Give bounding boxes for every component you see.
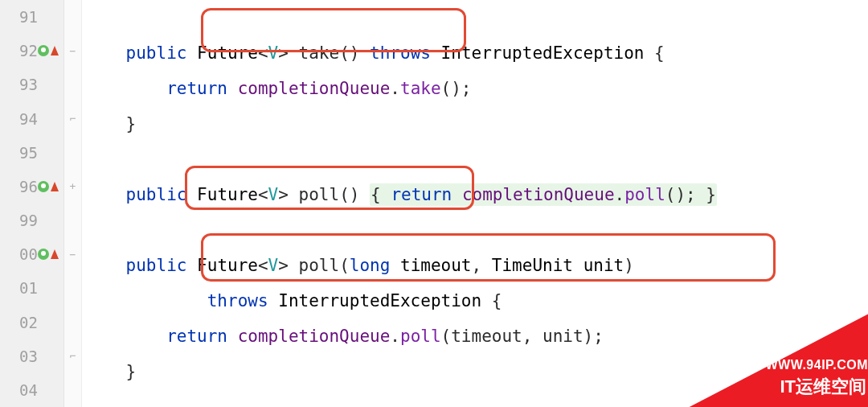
type-long: long bbox=[350, 256, 400, 275]
code-line[interactable]: } bbox=[82, 106, 868, 142]
keyword-public: public bbox=[126, 185, 198, 204]
gutter-row: 03 bbox=[0, 339, 63, 373]
gutter-row: 93 bbox=[0, 68, 63, 101]
gutter-row: 04 bbox=[0, 373, 63, 407]
tail: (); bbox=[665, 185, 706, 204]
field-name: completionQueue bbox=[238, 79, 391, 98]
indent bbox=[85, 185, 126, 204]
keyword-throws: throws bbox=[370, 43, 441, 63]
line-number: 93 bbox=[15, 76, 38, 93]
up-arrow-icon bbox=[51, 46, 59, 56]
gutter-row: 99 bbox=[0, 204, 63, 237]
indent bbox=[85, 291, 207, 310]
code-line[interactable]: public Future<V> poll() { return complet… bbox=[82, 177, 868, 212]
code-line[interactable] bbox=[82, 0, 868, 35]
line-number: 03 bbox=[15, 347, 38, 365]
type-param: V bbox=[268, 43, 279, 63]
code-line[interactable] bbox=[82, 212, 868, 248]
line-number: 91 bbox=[15, 8, 38, 26]
method-call: poll bbox=[624, 185, 665, 204]
watermark-url: WWW.94IP.COM bbox=[766, 359, 869, 372]
line-number: 01 bbox=[15, 279, 38, 297]
watermark-ribbon: WWW.94IP.COM IT运维空间 bbox=[683, 306, 868, 407]
line-number: 96 bbox=[15, 178, 38, 195]
brace-close: } bbox=[706, 185, 716, 204]
method-name: poll bbox=[299, 185, 340, 204]
code-line[interactable]: public Future<V> take() throws Interrupt… bbox=[82, 35, 868, 71]
gutter-row: 94 bbox=[0, 102, 63, 136]
keyword-public: public bbox=[126, 256, 198, 275]
breakpoint-icon[interactable] bbox=[38, 249, 49, 260]
marker-slot bbox=[38, 181, 59, 192]
breakpoint-icon[interactable] bbox=[38, 45, 49, 56]
field-name: completionQueue bbox=[462, 185, 615, 204]
angle-open: < bbox=[258, 43, 268, 63]
up-arrow-icon bbox=[51, 249, 59, 259]
gutter-row: 96 bbox=[0, 170, 63, 204]
keyword-throws: throws bbox=[207, 291, 279, 310]
method-call: take bbox=[400, 79, 441, 98]
fold-toggle[interactable]: − bbox=[70, 34, 76, 68]
line-number: 94 bbox=[15, 110, 38, 128]
code-line[interactable] bbox=[82, 142, 868, 177]
paren-open: ( bbox=[339, 256, 350, 275]
keyword-return: return bbox=[166, 327, 238, 346]
gutter-row: 92 bbox=[0, 34, 63, 68]
args: (timeout, unit); bbox=[441, 327, 604, 346]
type-exception: InterruptedException bbox=[278, 291, 492, 310]
type-future: Future bbox=[197, 185, 258, 204]
fold-toggle[interactable]: − bbox=[70, 237, 76, 271]
code-line[interactable]: return completionQueue.take(); bbox=[82, 71, 868, 106]
type-future: Future bbox=[197, 43, 258, 63]
type-timeunit: TimeUnit bbox=[492, 256, 583, 275]
method-name: take bbox=[299, 43, 340, 63]
gutter-row: 01 bbox=[0, 271, 63, 305]
angle-close: > bbox=[278, 185, 298, 204]
parens: () bbox=[339, 185, 370, 204]
brace-open: { bbox=[654, 43, 665, 63]
line-number: 92 bbox=[15, 42, 38, 60]
fold-toggle[interactable]: ⌐ bbox=[70, 339, 76, 373]
gutter-row: 02 bbox=[0, 306, 63, 339]
angle-close: > bbox=[278, 256, 298, 275]
keyword-return: return bbox=[391, 185, 462, 204]
marker-slot bbox=[38, 249, 59, 260]
indent bbox=[85, 256, 126, 275]
line-number: 99 bbox=[15, 212, 38, 229]
type-param: V bbox=[268, 185, 279, 204]
code-line[interactable]: public Future<V> poll(long timeout, Time… bbox=[82, 248, 868, 283]
line-number: 95 bbox=[15, 144, 38, 162]
method-name: poll bbox=[299, 256, 340, 275]
dot: . bbox=[390, 327, 400, 346]
dot: . bbox=[390, 79, 400, 98]
line-number-gutter: 91 92 93 94 95 96 99 00 01 02 03 04 bbox=[0, 0, 64, 407]
param-name: unit bbox=[583, 256, 624, 275]
fold-column: − ⌐ + − ⌐ bbox=[64, 0, 82, 407]
up-arrow-icon bbox=[51, 182, 59, 191]
marker-slot bbox=[38, 45, 59, 56]
gutter-row: 00 bbox=[0, 237, 63, 271]
brace-open: { bbox=[492, 291, 502, 310]
keyword-public: public bbox=[126, 43, 198, 63]
keyword-return: return bbox=[166, 79, 238, 98]
angle-open: < bbox=[258, 256, 268, 275]
line-number: 02 bbox=[15, 314, 38, 331]
watermark-title: IT运维空间 bbox=[780, 378, 866, 396]
field-name: completionQueue bbox=[238, 327, 391, 346]
gutter-row: 95 bbox=[0, 136, 63, 170]
brace-close: } bbox=[85, 114, 136, 134]
indent bbox=[85, 79, 166, 98]
type-param: V bbox=[268, 256, 279, 275]
dot: . bbox=[615, 185, 625, 204]
brace-close: } bbox=[85, 362, 136, 381]
paren-close: ) bbox=[624, 256, 634, 275]
parens: () bbox=[339, 43, 370, 63]
method-call: poll bbox=[400, 327, 441, 346]
breakpoint-icon[interactable] bbox=[38, 181, 49, 192]
angle-open: < bbox=[258, 185, 268, 204]
gutter-row: 91 bbox=[0, 0, 63, 34]
fold-toggle[interactable]: ⌐ bbox=[70, 102, 76, 136]
fold-toggle[interactable]: + bbox=[70, 170, 76, 204]
inline-body: { return completionQueue.poll(); } bbox=[370, 183, 717, 206]
param-name: timeout bbox=[400, 256, 472, 275]
